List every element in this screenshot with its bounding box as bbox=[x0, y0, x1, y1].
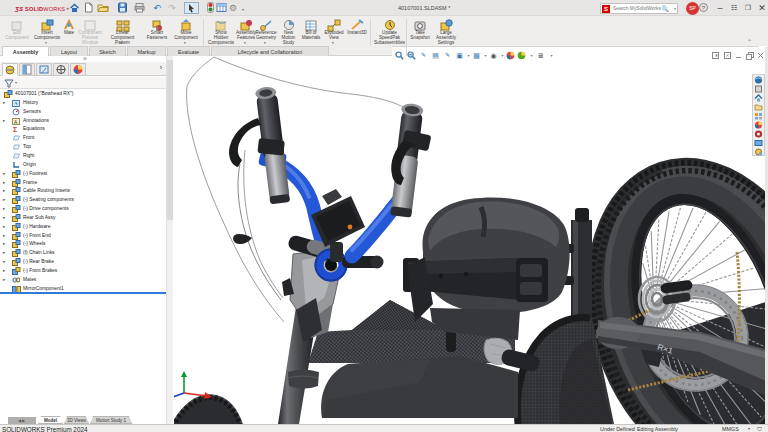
svg-text:Σ: Σ bbox=[13, 126, 17, 133]
